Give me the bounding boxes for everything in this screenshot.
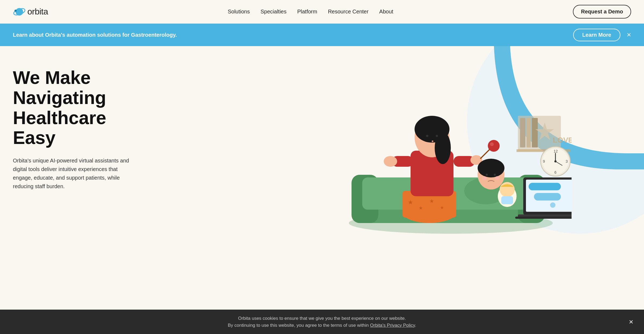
nav-item-specialties: Specialties bbox=[261, 9, 287, 15]
svg-point-29 bbox=[490, 142, 494, 146]
svg-rect-39 bbox=[501, 196, 513, 204]
request-demo-button[interactable]: Request a Demo bbox=[573, 5, 631, 18]
svg-text:★: ★ bbox=[419, 205, 423, 211]
svg-rect-50 bbox=[532, 118, 538, 147]
svg-rect-48 bbox=[520, 118, 525, 147]
svg-text:★: ★ bbox=[408, 199, 413, 206]
nav-link-about[interactable]: About bbox=[379, 9, 393, 14]
svg-point-36 bbox=[495, 176, 499, 180]
nav-item-solutions: Solutions bbox=[228, 9, 250, 15]
svg-text:★: ★ bbox=[429, 198, 434, 204]
svg-text:6: 6 bbox=[554, 170, 557, 175]
svg-rect-46 bbox=[515, 217, 572, 219]
nav-item-resource-center: Resource Center bbox=[328, 9, 368, 15]
svg-point-62 bbox=[554, 160, 557, 162]
svg-point-2 bbox=[14, 10, 17, 12]
nav-link-solutions[interactable]: Solutions bbox=[228, 9, 250, 14]
hero-illustration: ★ ★ ★ ★ bbox=[258, 46, 644, 234]
hero-content: We Make Navigating Healthcare Easy Orbit… bbox=[0, 46, 150, 207]
logo-text: orbita bbox=[27, 7, 48, 17]
svg-text:★: ★ bbox=[440, 205, 444, 210]
svg-point-28 bbox=[488, 140, 500, 152]
svg-text:LOVE: LOVE bbox=[553, 136, 572, 144]
svg-text:12: 12 bbox=[554, 149, 558, 153]
nav-link-platform[interactable]: Platform bbox=[297, 9, 317, 14]
svg-point-35 bbox=[482, 176, 486, 180]
svg-text:9: 9 bbox=[543, 159, 545, 164]
svg-rect-49 bbox=[526, 118, 531, 147]
svg-point-21 bbox=[436, 135, 438, 137]
learn-more-button[interactable]: Learn More bbox=[573, 29, 620, 41]
banner-close-button[interactable]: × bbox=[627, 31, 631, 39]
svg-point-33 bbox=[486, 174, 488, 176]
hero-subtitle: Orbita's unique AI-powered virtual assis… bbox=[13, 156, 137, 191]
svg-rect-44 bbox=[550, 202, 555, 208]
nav-item-about: About bbox=[379, 9, 393, 15]
hero-title: We Make Navigating Healthcare Easy bbox=[13, 68, 137, 148]
nav-link-resource-center[interactable]: Resource Center bbox=[328, 9, 368, 14]
svg-point-24 bbox=[384, 156, 397, 167]
svg-rect-42 bbox=[529, 183, 561, 190]
svg-point-20 bbox=[426, 135, 428, 137]
svg-point-34 bbox=[494, 174, 496, 176]
nav-links: Solutions Specialties Platform Resource … bbox=[228, 9, 393, 15]
svg-point-22 bbox=[432, 140, 433, 142]
navbar: orbita Solutions Specialties Platform Re… bbox=[0, 0, 644, 24]
logo-icon bbox=[13, 5, 26, 18]
logo-link[interactable]: orbita bbox=[13, 5, 48, 18]
hero-section: We Make Navigating Healthcare Easy Orbit… bbox=[0, 46, 644, 234]
svg-text:3: 3 bbox=[566, 159, 568, 164]
svg-rect-43 bbox=[534, 193, 561, 201]
banner-text: Learn about Orbita's automation solution… bbox=[13, 32, 177, 38]
hero-scene-svg: ★ ★ ★ ★ bbox=[330, 46, 572, 234]
announcement-banner: Learn about Orbita's automation solution… bbox=[0, 24, 644, 46]
banner-actions: Learn More × bbox=[573, 29, 631, 41]
svg-point-32 bbox=[478, 159, 504, 177]
nav-item-platform: Platform bbox=[297, 9, 317, 15]
nav-link-specialties[interactable]: Specialties bbox=[261, 9, 287, 14]
